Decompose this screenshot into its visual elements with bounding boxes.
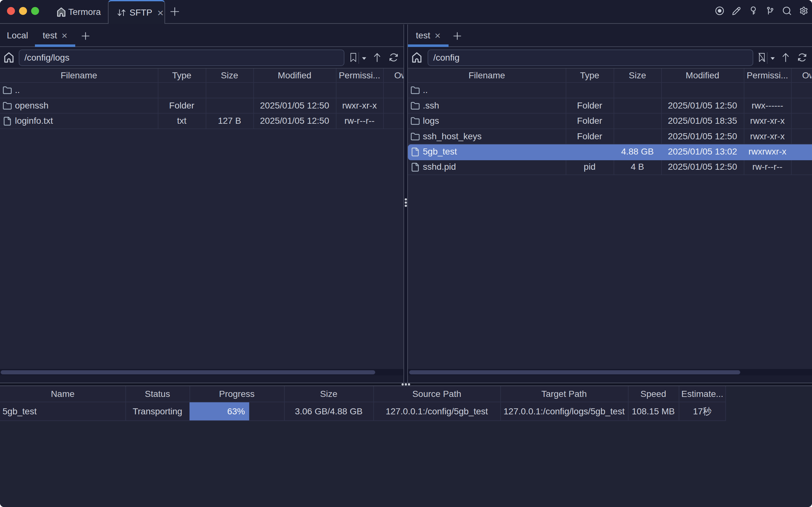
left-tab-local[interactable]: Local <box>0 24 35 46</box>
search-icon[interactable] <box>782 6 791 15</box>
left-path-input[interactable]: /config/logs <box>19 50 344 66</box>
maximize-window-button[interactable] <box>31 7 39 15</box>
right-row-updir[interactable]: .. <box>408 83 812 98</box>
close-sftp-tab-icon[interactable]: × <box>157 7 164 18</box>
left-col-permissions[interactable]: Permissi... <box>336 68 383 82</box>
right-row-sshd-pid[interactable]: sshd.pid pid 4 B 2025/01/05 12:50 rw-r--… <box>408 160 812 175</box>
transfers-col-name[interactable]: Name <box>0 386 125 402</box>
right-row-5gb-test[interactable]: 5gb_test 4.88 GB 2025/01/05 13:02 rwxrwx… <box>408 145 812 160</box>
right-col-permissions[interactable]: Permissi... <box>744 68 791 82</box>
up-directory-icon[interactable] <box>781 52 791 63</box>
record-macro-icon[interactable] <box>715 6 724 15</box>
file-size: 127 B <box>206 114 253 128</box>
file-size <box>206 83 253 97</box>
sftp-tab-label: SFTP <box>129 8 152 18</box>
up-directory-icon[interactable] <box>372 52 382 63</box>
right-col-size[interactable]: Size <box>613 68 661 82</box>
bookmark-off-icon[interactable] <box>758 52 766 62</box>
transfer-target-path: 127.0.0.1:/config/logs/5gb_test <box>500 402 628 420</box>
transfer-size: 3.06 GB/4.88 GB <box>284 402 373 420</box>
file-type: Folder <box>566 114 613 128</box>
left-path-text: /config/logs <box>24 53 69 63</box>
file-permissions: rwxrwxr-x <box>744 145 791 159</box>
close-window-button[interactable] <box>7 7 15 15</box>
left-col-owner[interactable]: Owner <box>383 68 403 82</box>
transfers-col-progress[interactable]: Progress <box>190 386 284 402</box>
right-col-type[interactable]: Type <box>566 68 613 82</box>
transfers-col-size[interactable]: Size <box>284 386 373 402</box>
right-col-owner[interactable]: Owner <box>791 68 811 82</box>
transfers-col-source[interactable]: Source Path <box>373 386 500 402</box>
transfers-col-speed[interactable]: Speed <box>628 386 679 402</box>
file-modified <box>661 83 744 97</box>
right-scrollbar-thumb[interactable] <box>409 370 740 374</box>
transfer-speed: 108.15 MB <box>628 402 679 420</box>
left-horizontal-scrollbar[interactable] <box>0 369 403 375</box>
right-active-tab-underline <box>408 44 448 47</box>
left-row-openssh[interactable]: openssh Folder 2025/01/05 12:50 rwxr-xr-… <box>0 98 403 114</box>
refresh-icon[interactable] <box>388 52 399 62</box>
left-row-updir[interactable]: .. <box>0 83 403 98</box>
new-main-tab-button[interactable] <box>170 7 179 16</box>
refresh-icon[interactable] <box>797 52 807 62</box>
file-name: logs <box>423 116 439 126</box>
file-icon <box>3 116 12 126</box>
splitter-dot <box>405 205 407 207</box>
transfers-panel: Name Status Progress Size Source Path Ta… <box>0 386 812 507</box>
transfers-col-target[interactable]: Target Path <box>500 386 628 402</box>
tab-termora-home[interactable]: Termora <box>56 0 101 24</box>
right-col-filename[interactable]: Filename <box>408 68 566 82</box>
folder-icon <box>411 101 420 111</box>
left-new-tab-button[interactable] <box>82 32 90 40</box>
left-tab-test-close-icon[interactable]: × <box>62 30 68 41</box>
transfer-source-path: 127.0.0.1:/config/5gb_test <box>373 402 500 420</box>
home-icon[interactable] <box>3 51 15 63</box>
file-type <box>566 145 613 159</box>
splitter-dot <box>401 383 404 386</box>
transfers-col-status[interactable]: Status <box>125 386 190 402</box>
transfer-progress-label: 63% <box>227 406 245 416</box>
file-name: openssh <box>15 101 49 111</box>
bookmark-dropdown-icon[interactable] <box>362 57 366 60</box>
transfers-splitter[interactable] <box>0 383 812 386</box>
bookmark-dropdown-icon[interactable] <box>770 57 775 60</box>
minimize-window-button[interactable] <box>19 7 27 15</box>
transfer-row-5gb-test[interactable]: 5gb_test Transporting 63% 3.06 GB/4.88 G… <box>0 402 726 421</box>
bookmark-icon[interactable] <box>349 52 357 62</box>
left-tab-test[interactable]: test × <box>35 24 75 46</box>
right-table-header: Filename Type Size Modified Permissi... … <box>408 68 812 83</box>
transfer-status: Transporting <box>125 402 190 420</box>
settings-gear-icon[interactable] <box>799 6 808 15</box>
key-icon[interactable] <box>749 6 758 15</box>
left-row-loginfo[interactable]: loginfo.txt txt 127 B 2025/01/05 12:50 r… <box>0 114 403 129</box>
right-row-logs[interactable]: logs Folder 2025/01/05 18:35 rwxr-xr-x <box>408 114 812 129</box>
right-tab-test-close-icon[interactable]: × <box>435 30 441 41</box>
transfers-col-estimate[interactable]: Estimate... <box>679 386 726 402</box>
right-row-ssh[interactable]: .ssh Folder 2025/01/05 12:50 rwx------ <box>408 98 812 114</box>
file-name: 5gb_test <box>423 147 457 157</box>
left-scrollbar-thumb[interactable] <box>1 370 375 374</box>
file-modified: 2025/01/05 12:50 <box>661 98 744 113</box>
left-tab-test-label: test <box>43 31 57 41</box>
left-col-modified[interactable]: Modified <box>253 68 336 82</box>
tab-sftp[interactable]: SFTP × <box>108 0 165 24</box>
home-icon <box>56 7 67 17</box>
left-col-size[interactable]: Size <box>206 68 253 82</box>
file-size: 4 B <box>613 160 661 174</box>
right-horizontal-scrollbar[interactable] <box>408 369 812 375</box>
toolbar-separator <box>767 52 767 64</box>
right-tab-test[interactable]: test × <box>408 24 448 46</box>
left-col-filename[interactable]: Filename <box>0 68 158 82</box>
pane-splitter[interactable] <box>403 24 408 383</box>
file-modified <box>253 83 336 97</box>
right-col-modified[interactable]: Modified <box>661 68 744 82</box>
file-size <box>613 98 661 113</box>
home-icon[interactable] <box>411 51 423 63</box>
port-forwarding-icon[interactable] <box>766 6 774 15</box>
right-row-ssh-host-keys[interactable]: ssh_host_keys Folder 2025/01/05 12:50 rw… <box>408 129 812 145</box>
edit-icon[interactable] <box>732 6 741 15</box>
left-tab-local-label: Local <box>7 31 28 41</box>
right-new-tab-button[interactable] <box>453 32 461 40</box>
right-path-input[interactable]: /config <box>428 50 753 66</box>
left-col-type[interactable]: Type <box>158 68 206 82</box>
